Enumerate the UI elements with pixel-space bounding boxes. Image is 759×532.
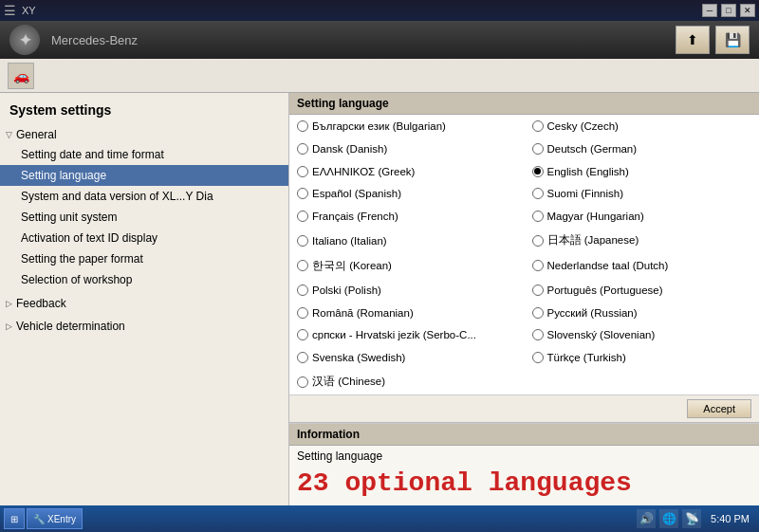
- radio-12[interactable]: [297, 260, 308, 271]
- sidebar-section-general-header[interactable]: ▽ General: [0, 125, 288, 144]
- tray-volume-icon[interactable]: 🔊: [637, 509, 656, 528]
- language-item-11[interactable]: 日本語 (Japanese): [525, 228, 760, 253]
- sidebar-item-system-version[interactable]: System and data version of XL...Y Dia: [0, 186, 288, 207]
- system-settings-title: System settings: [0, 97, 288, 123]
- language-label-13: Nederlandse taal (Dutch): [547, 260, 669, 271]
- language-item-22[interactable]: 汉语 (Chinese): [289, 369, 525, 394]
- radio-11[interactable]: [532, 235, 544, 247]
- sidebar-section-feedback-label: Feedback: [16, 297, 66, 310]
- language-item-12[interactable]: 한국의 (Korean): [289, 253, 525, 279]
- language-label-2: Dansk (Danish): [312, 143, 387, 155]
- language-item-18[interactable]: српски - Hrvatski jezik (Serbo-C...: [289, 323, 525, 346]
- car-icon[interactable]: 🚗: [8, 63, 34, 89]
- start-button[interactable]: ⊞: [4, 508, 25, 529]
- accept-button[interactable]: Accept: [687, 399, 751, 418]
- language-label-21: Türkçe (Turkish): [547, 352, 626, 363]
- radio-15[interactable]: [532, 284, 544, 296]
- sidebar-item-workshop[interactable]: Selection of workshop: [0, 269, 288, 290]
- sidebar-section-vehicle-header[interactable]: ▷ Vehicle determination: [0, 317, 288, 336]
- radio-16[interactable]: [297, 307, 308, 319]
- toolbar: 🚗: [0, 59, 759, 93]
- language-item-6[interactable]: Español (Spanish): [289, 182, 525, 205]
- mercedes-star: ✦: [19, 31, 31, 49]
- information-header: Information: [289, 424, 759, 446]
- sidebar-item-text-id[interactable]: Activation of text ID display: [0, 228, 288, 248]
- language-label-6: Español (Spanish): [312, 188, 401, 199]
- language-label-10: Italiano (Italian): [312, 235, 387, 247]
- minimize-button[interactable]: ─: [702, 4, 717, 17]
- title-bar-controls: ─ □ ✕: [702, 4, 755, 17]
- radio-21[interactable]: [532, 352, 544, 363]
- content-area: Setting language Български език (Bulgari…: [289, 93, 759, 505]
- sidebar-section-feedback: ▷ Feedback: [0, 292, 288, 315]
- radio-3[interactable]: [532, 143, 544, 155]
- accept-area: Accept: [289, 395, 759, 423]
- radio-1[interactable]: [532, 120, 544, 132]
- language-item-7[interactable]: Suomi (Finnish): [525, 182, 760, 205]
- title-bar-left: ☰ XY: [4, 3, 36, 18]
- sidebar-item-unit-system[interactable]: Setting unit system: [0, 207, 288, 228]
- sidebar-section-vehicle-label: Vehicle determination: [16, 320, 125, 333]
- upload-button[interactable]: ⬆: [676, 26, 710, 54]
- language-item-20[interactable]: Svenska (Swedish): [289, 346, 525, 369]
- sidebar-item-paper-format[interactable]: Setting the paper format: [0, 248, 288, 269]
- tray-network-icon[interactable]: 🌐: [659, 509, 678, 528]
- language-item-21[interactable]: Türkçe (Turkish): [525, 346, 760, 369]
- language-item-9[interactable]: Magyar (Hungarian): [525, 205, 760, 228]
- radio-17[interactable]: [532, 307, 544, 319]
- sidebar-section-general: ▽ General Setting date and time format S…: [0, 123, 288, 292]
- sidebar-item-date-format[interactable]: Setting date and time format: [0, 144, 288, 165]
- taskbar-app-icon: 🔧: [33, 514, 45, 524]
- language-item-3[interactable]: Deutsch (German): [525, 138, 760, 160]
- radio-2[interactable]: [297, 143, 308, 155]
- language-item-1[interactable]: Cesky (Czech): [525, 115, 760, 138]
- taskbar: ⊞ 🔧 XEntry 🔊 🌐 📡 5:40 PM: [0, 505, 759, 532]
- language-label-7: Suomi (Finnish): [547, 188, 624, 199]
- hamburger-icon[interactable]: ☰: [4, 3, 16, 18]
- language-item-13[interactable]: Nederlandse taal (Dutch): [525, 253, 760, 279]
- radio-20[interactable]: [297, 352, 308, 363]
- radio-4[interactable]: [297, 166, 308, 177]
- radio-19[interactable]: [532, 329, 544, 340]
- sidebar-section-general-label: General: [16, 128, 57, 141]
- optional-languages-annotation: 23 optional languages: [289, 465, 759, 505]
- language-item-16[interactable]: Română (Romanian): [289, 302, 525, 324]
- radio-10[interactable]: [297, 235, 308, 247]
- sidebar-section-vehicle: ▷ Vehicle determination: [0, 315, 288, 338]
- language-label-16: Română (Romanian): [312, 307, 414, 319]
- radio-14[interactable]: [297, 284, 308, 296]
- radio-9[interactable]: [532, 211, 544, 222]
- radio-7[interactable]: [532, 188, 544, 199]
- sidebar-item-language[interactable]: Setting language: [0, 165, 288, 186]
- language-item-15[interactable]: Português (Portuguese): [525, 279, 760, 302]
- taskbar-app-button[interactable]: 🔧 XEntry: [27, 508, 83, 529]
- radio-22[interactable]: [297, 376, 308, 388]
- language-item-4[interactable]: ΕΛΛΗΝΙΚΟΣ (Greek): [289, 160, 525, 183]
- maximize-button[interactable]: □: [721, 4, 736, 17]
- language-item-19[interactable]: Slovenský (Slovenian): [525, 323, 760, 346]
- sidebar-section-feedback-header[interactable]: ▷ Feedback: [0, 294, 288, 313]
- disk-button[interactable]: 💾: [715, 26, 750, 54]
- radio-6[interactable]: [297, 188, 308, 199]
- language-label-12: 한국의 (Korean): [312, 259, 392, 273]
- close-button[interactable]: ✕: [740, 4, 755, 17]
- language-item-17[interactable]: Русский (Russian): [525, 302, 760, 324]
- language-label-0: Български език (Bulgarian): [312, 120, 446, 132]
- language-label-3: Deutsch (German): [547, 143, 638, 155]
- radio-13[interactable]: [532, 260, 544, 271]
- radio-0[interactable]: [297, 120, 308, 132]
- information-panel: Information Setting language 23 optional…: [289, 423, 759, 505]
- tray-signal-icon[interactable]: 📡: [682, 509, 701, 528]
- language-item-14[interactable]: Polski (Polish): [289, 279, 525, 302]
- language-item-8[interactable]: Français (French): [289, 205, 525, 228]
- radio-18[interactable]: [297, 329, 308, 340]
- taskbar-time: 5:40 PM: [705, 513, 755, 524]
- language-item-5[interactable]: English (English): [525, 160, 760, 183]
- title-bar: ☰ XY ─ □ ✕: [0, 0, 759, 21]
- radio-5[interactable]: [532, 166, 544, 177]
- language-item-10[interactable]: Italiano (Italian): [289, 228, 525, 253]
- language-item-2[interactable]: Dansk (Danish): [289, 138, 525, 160]
- language-label-1: Cesky (Czech): [547, 120, 619, 132]
- language-item-0[interactable]: Български език (Bulgarian): [289, 115, 525, 138]
- radio-8[interactable]: [297, 211, 308, 222]
